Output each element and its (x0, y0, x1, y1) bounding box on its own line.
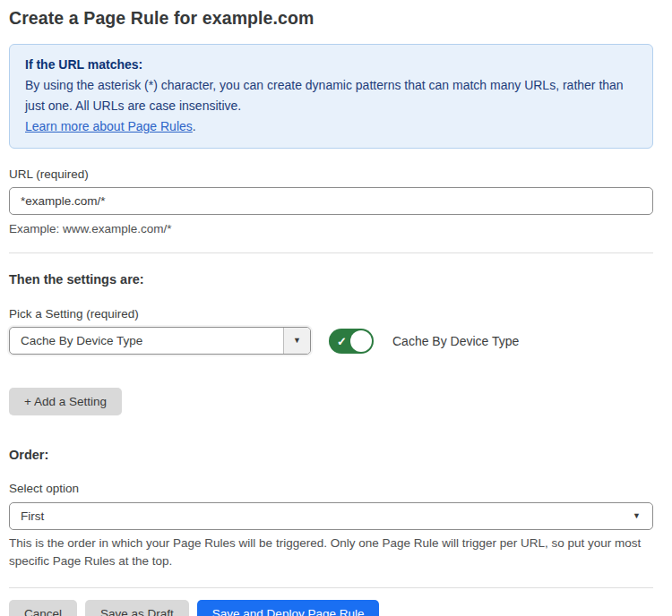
toggle-knob (350, 330, 372, 352)
order-helper-text: This is the order in which your Page Rul… (9, 535, 653, 570)
cancel-button[interactable]: Cancel (9, 600, 77, 616)
url-example-helper: Example: www.example.com/* (9, 220, 653, 238)
url-match-info-box: If the URL matches: By using the asteris… (9, 44, 653, 149)
learn-more-link[interactable]: Learn more about Page Rules (25, 119, 193, 133)
cache-device-toggle[interactable]: ✓ (329, 329, 374, 354)
order-select[interactable]: First ▼ (9, 502, 653, 530)
order-select-label: Select option (9, 482, 653, 495)
info-box-link-line: Learn more about Page Rules. (25, 116, 634, 137)
setting-dropdown[interactable]: Cache By Device Type ▼ (9, 327, 311, 355)
add-setting-button[interactable]: + Add a Setting (9, 388, 122, 415)
toggle-label: Cache By Device Type (392, 334, 519, 348)
setting-dropdown-arrow-button[interactable]: ▼ (283, 328, 310, 354)
checkmark-icon: ✓ (337, 334, 347, 347)
pick-setting-label: Pick a Setting (required) (9, 307, 653, 321)
order-section-heading: Order: (9, 448, 653, 462)
footer-divider (9, 587, 653, 588)
url-input[interactable] (9, 187, 653, 215)
info-box-heading: If the URL matches: (25, 55, 634, 75)
info-box-body: By using the asterisk (*) character, you… (25, 75, 634, 116)
chevron-down-icon: ▼ (293, 337, 301, 345)
order-select-value: First (21, 509, 44, 523)
save-and-deploy-button[interactable]: Save and Deploy Page Rule (197, 600, 380, 616)
section-divider (9, 252, 653, 253)
settings-section-heading: Then the settings are: (9, 272, 653, 287)
setting-dropdown-value: Cache By Device Type (10, 328, 283, 354)
save-as-draft-button[interactable]: Save as Draft (85, 600, 189, 616)
url-field-label: URL (required) (9, 167, 653, 181)
page-rule-form: Create a Page Rule for example.com If th… (0, 0, 672, 616)
page-title: Create a Page Rule for example.com (9, 8, 653, 29)
footer-actions: Cancel Save as Draft Save and Deploy Pag… (9, 600, 653, 616)
setting-row: Cache By Device Type ▼ ✓ Cache By Device… (9, 327, 653, 355)
chevron-down-icon: ▼ (633, 512, 641, 520)
link-suffix: . (193, 119, 196, 133)
